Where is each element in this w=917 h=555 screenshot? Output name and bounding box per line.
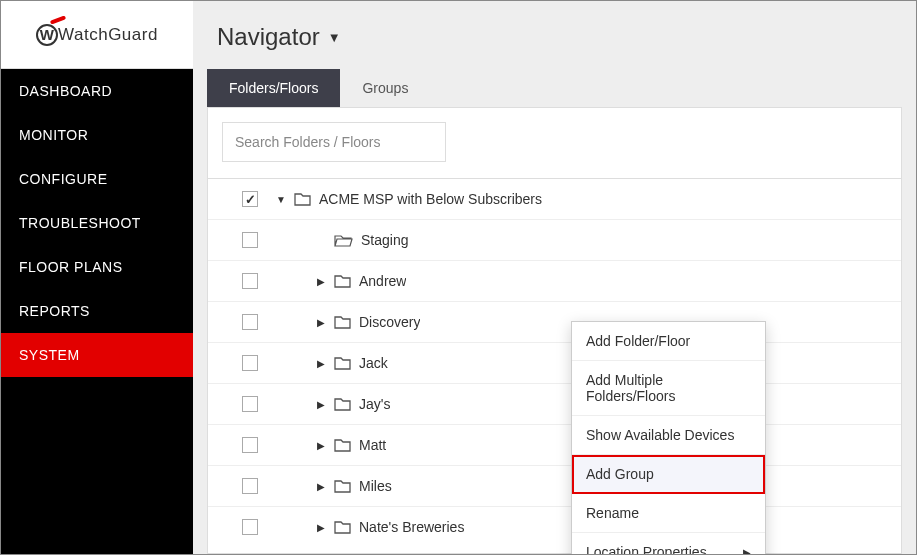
checkbox[interactable] bbox=[242, 314, 258, 330]
checkbox[interactable] bbox=[242, 396, 258, 412]
content-card: ▼ ACME MSP with Below Subscribers Stagin… bbox=[207, 107, 902, 554]
nav-items: DASHBOARDMONITORCONFIGURETROUBLESHOOTFLO… bbox=[1, 69, 193, 377]
folder-icon bbox=[334, 520, 351, 534]
tree-label: Discovery bbox=[359, 314, 420, 330]
chevron-right-icon: ▶ bbox=[743, 547, 751, 556]
page-title: Navigator bbox=[217, 23, 320, 51]
checkbox[interactable] bbox=[242, 355, 258, 371]
checkbox[interactable] bbox=[242, 273, 258, 289]
folder-icon bbox=[334, 438, 351, 452]
menu-item-add-multiple-folders-floors[interactable]: Add Multiple Folders/Floors bbox=[572, 361, 765, 416]
chevron-right-icon[interactable]: ▶ bbox=[316, 399, 326, 410]
logo: WWatchGuard bbox=[1, 1, 193, 69]
checkbox[interactable] bbox=[242, 232, 258, 248]
page-header[interactable]: Navigator ▼ bbox=[193, 1, 916, 69]
checkbox[interactable] bbox=[242, 478, 258, 494]
tree-label: Miles bbox=[359, 478, 392, 494]
sidebar: WWatchGuard DASHBOARDMONITORCONFIGURETRO… bbox=[1, 1, 193, 554]
tree-row[interactable]: Staging bbox=[208, 219, 901, 260]
folder-icon bbox=[334, 397, 351, 411]
nav-item-dashboard[interactable]: DASHBOARD bbox=[1, 69, 193, 113]
tree-row[interactable]: ▶Nate's Breweries bbox=[208, 506, 901, 547]
tree-label: Jack bbox=[359, 355, 388, 371]
tree-row[interactable]: ▶Jack bbox=[208, 342, 901, 383]
tree-label: Andrew bbox=[359, 273, 406, 289]
tree-label: Jay's bbox=[359, 396, 390, 412]
tree-row[interactable]: ▶Matt bbox=[208, 424, 901, 465]
search-input[interactable] bbox=[222, 122, 446, 162]
tree-row[interactable]: ▶Jay's bbox=[208, 383, 901, 424]
folder-icon bbox=[334, 356, 351, 370]
checkbox[interactable] bbox=[242, 519, 258, 535]
nav-item-monitor[interactable]: MONITOR bbox=[1, 113, 193, 157]
search-box bbox=[222, 122, 446, 162]
menu-item-add-folder-floor[interactable]: Add Folder/Floor bbox=[572, 322, 765, 361]
chevron-right-icon[interactable]: ▶ bbox=[316, 276, 326, 287]
nav-item-system[interactable]: SYSTEM bbox=[1, 333, 193, 377]
nav-item-configure[interactable]: CONFIGURE bbox=[1, 157, 193, 201]
nav-item-floor-plans[interactable]: FLOOR PLANS bbox=[1, 245, 193, 289]
main: Navigator ▼ Folders/FloorsGroups ▼ ACME … bbox=[193, 1, 916, 554]
menu-item-rename[interactable]: Rename bbox=[572, 494, 765, 533]
folder-icon bbox=[334, 315, 351, 329]
folder-open-icon bbox=[334, 233, 353, 247]
tabs: Folders/FloorsGroups bbox=[193, 69, 916, 107]
brand-text: WatchGuard bbox=[58, 25, 158, 45]
tree-label: ACME MSP with Below Subscribers bbox=[319, 191, 542, 207]
chevron-right-icon[interactable]: ▶ bbox=[316, 358, 326, 369]
chevron-down-icon: ▼ bbox=[328, 30, 341, 45]
tree-row[interactable]: ▶Andrew bbox=[208, 260, 901, 301]
chevron-right-icon[interactable]: ▶ bbox=[316, 317, 326, 328]
chevron-right-icon[interactable]: ▶ bbox=[316, 481, 326, 492]
chevron-right-icon[interactable]: ▶ bbox=[316, 522, 326, 533]
folder-icon bbox=[294, 192, 311, 206]
nav-item-reports[interactable]: REPORTS bbox=[1, 289, 193, 333]
tab-groups[interactable]: Groups bbox=[340, 69, 430, 107]
tree-row-root[interactable]: ▼ ACME MSP with Below Subscribers bbox=[208, 178, 901, 219]
checkbox[interactable] bbox=[242, 437, 258, 453]
context-menu: Add Folder/FloorAdd Multiple Folders/Flo… bbox=[571, 321, 766, 555]
folder-icon bbox=[334, 274, 351, 288]
tree-label: Matt bbox=[359, 437, 386, 453]
tree-label: Staging bbox=[361, 232, 408, 248]
folder-icon bbox=[334, 479, 351, 493]
tree-row[interactable]: ▶Discovery bbox=[208, 301, 901, 342]
tree-row[interactable]: ▶Miles bbox=[208, 465, 901, 506]
chevron-right-icon[interactable]: ▶ bbox=[316, 440, 326, 451]
menu-item-location-properties[interactable]: Location Properties▶ bbox=[572, 533, 765, 555]
nav-item-troubleshoot[interactable]: TROUBLESHOOT bbox=[1, 201, 193, 245]
menu-item-show-available-devices[interactable]: Show Available Devices bbox=[572, 416, 765, 455]
chevron-down-icon[interactable]: ▼ bbox=[276, 194, 286, 205]
tree-label: Nate's Breweries bbox=[359, 519, 464, 535]
tab-folders-floors[interactable]: Folders/Floors bbox=[207, 69, 340, 107]
menu-item-add-group[interactable]: Add Group bbox=[572, 455, 765, 494]
checkbox[interactable] bbox=[242, 191, 258, 207]
